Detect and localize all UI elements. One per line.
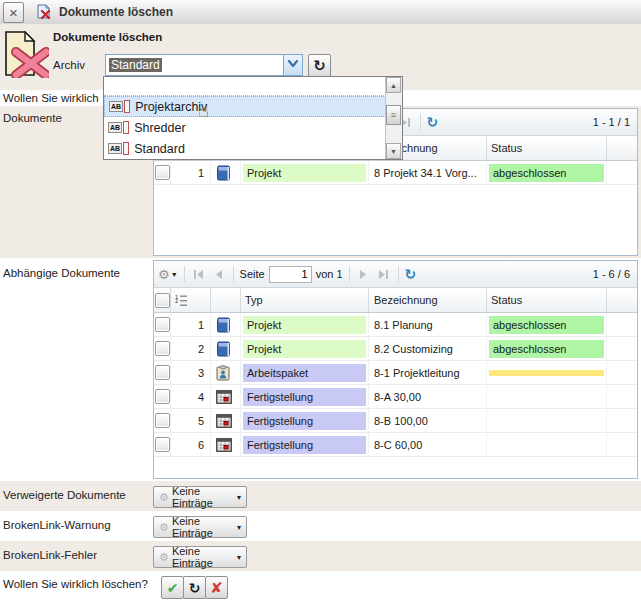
prev-page-button[interactable] bbox=[211, 266, 227, 282]
row-checkbox-cell[interactable] bbox=[154, 361, 171, 384]
table-row[interactable]: 5Fertigstellung8-B 100,00 bbox=[154, 409, 637, 433]
extra-cell bbox=[607, 337, 637, 360]
row-checkbox[interactable] bbox=[155, 413, 170, 428]
cancel-button[interactable]: ✘ bbox=[205, 576, 228, 599]
caret-down-icon: ▾ bbox=[237, 553, 241, 562]
gear-icon: ⚙ bbox=[159, 521, 169, 534]
row-checkbox[interactable] bbox=[155, 341, 170, 356]
row-checkbox-cell[interactable] bbox=[154, 385, 171, 408]
toolbar-separator bbox=[184, 266, 185, 282]
rownumber-header: 1 2 bbox=[171, 288, 211, 312]
first-page-button[interactable] bbox=[191, 266, 207, 282]
empty-button-label: Keine Einträge bbox=[172, 515, 234, 539]
scrollbar-thumb[interactable]: ≡ bbox=[386, 105, 401, 125]
archiv-combobox[interactable]: Standard bbox=[105, 54, 303, 76]
bezeichnung-header[interactable]: Bezeichnung bbox=[369, 288, 487, 312]
dropdown-item-standard[interactable]: AB Standard bbox=[104, 138, 386, 159]
typ-badge: Fertigstellung bbox=[243, 436, 366, 454]
row-checkbox[interactable] bbox=[155, 165, 170, 180]
row-checkbox[interactable] bbox=[155, 365, 170, 380]
milestone-icon bbox=[211, 385, 241, 408]
warnung-empty-button[interactable]: ⚙ Keine Einträge ▾ bbox=[153, 516, 247, 538]
typ-badge: Projekt bbox=[243, 340, 366, 358]
archiv-combobox-input[interactable]: Standard bbox=[106, 55, 283, 75]
confirm-button[interactable]: ✔ bbox=[161, 576, 184, 599]
label-dokumente: Dokumente bbox=[3, 112, 62, 124]
status-cell bbox=[487, 409, 607, 432]
caret-down-icon: ▼ bbox=[171, 271, 178, 278]
next-page-button[interactable] bbox=[356, 266, 372, 282]
confirm-icon: ✔ bbox=[167, 580, 179, 596]
window-titlebar: × Dokumente löschen bbox=[0, 0, 641, 25]
svg-text:2: 2 bbox=[175, 298, 178, 304]
scroll-up-icon[interactable]: ▲ bbox=[386, 77, 401, 93]
page-input[interactable] bbox=[269, 266, 312, 283]
grid-settings-button[interactable]: ⚙ ▼ bbox=[158, 267, 178, 282]
fehler-empty-button[interactable]: ⚙ Keine Einträge ▾ bbox=[153, 546, 247, 568]
dropdown-item-empty[interactable] bbox=[104, 77, 386, 96]
typ-cell: Fertigstellung bbox=[241, 385, 369, 408]
select-all-checkbox[interactable] bbox=[155, 293, 170, 308]
scroll-down-icon[interactable]: ▼ bbox=[386, 143, 401, 159]
typ-header[interactable]: Typ bbox=[241, 288, 369, 312]
typ-badge: Fertigstellung bbox=[243, 412, 366, 430]
extra-cell bbox=[607, 433, 637, 456]
archive-type-icon: AB bbox=[108, 122, 129, 134]
row-checkbox-cell[interactable] bbox=[154, 409, 171, 432]
pagination-status: 1 - 6 / 6 bbox=[593, 268, 633, 280]
typ-badge: Fertigstellung bbox=[243, 388, 366, 406]
question-bottom: Wollen Sie wirklich löschen? bbox=[3, 578, 148, 590]
grid-refresh-icon[interactable]: ↻ bbox=[405, 267, 417, 281]
empty-button-label: Keine Einträge bbox=[172, 485, 234, 509]
archiv-refresh-button[interactable]: ↻ bbox=[308, 54, 331, 78]
status-header[interactable]: Status bbox=[487, 136, 607, 160]
row-checkbox-cell[interactable] bbox=[154, 161, 171, 184]
row-checkbox-cell[interactable] bbox=[154, 337, 171, 360]
status-cell: abgeschlossen bbox=[487, 337, 607, 360]
close-icon: × bbox=[9, 5, 18, 20]
table-row[interactable]: 3Arbeitspaket8-1 Projektleitung bbox=[154, 361, 637, 385]
status-badge bbox=[489, 394, 604, 400]
bezeichnung-cell: 8.1 Planung bbox=[369, 313, 487, 336]
reload-button[interactable]: ↻ bbox=[183, 576, 206, 599]
status-cell: abgeschlossen bbox=[487, 313, 607, 336]
table-row[interactable]: 1Projekt8.1 Planungabgeschlossen bbox=[154, 313, 637, 337]
row-checkbox[interactable] bbox=[155, 317, 170, 332]
label-verweigerte-dokumente: Verweigerte Dokumente bbox=[3, 489, 126, 501]
bezeichnung-cell: 8-A 30,00 bbox=[369, 385, 487, 408]
gear-icon: ⚙ bbox=[158, 267, 170, 282]
combobox-dropdown-button[interactable] bbox=[283, 55, 302, 75]
bezeichnung-cell: 8 Projekt 34.1 Vorg... bbox=[369, 161, 487, 184]
refresh-icon: ↻ bbox=[189, 580, 201, 596]
row-checkbox[interactable] bbox=[155, 389, 170, 404]
table-row[interactable]: 2Projekt8.2 Customizingabgeschlossen bbox=[154, 337, 637, 361]
table-row[interactable]: 4Fertigstellung8-A 30,00 bbox=[154, 385, 637, 409]
row-checkbox-cell[interactable] bbox=[154, 313, 171, 336]
select-all-header[interactable] bbox=[154, 288, 171, 312]
row-number: 1 bbox=[171, 313, 211, 336]
status-header[interactable]: Status bbox=[487, 288, 607, 312]
extra-header bbox=[607, 288, 637, 312]
gear-icon: ⚙ bbox=[159, 551, 169, 564]
milestone-icon bbox=[211, 409, 241, 432]
workpackage-icon bbox=[211, 361, 241, 384]
table-row[interactable]: 1Projekt8 Projekt 34.1 Vorg...abgeschlos… bbox=[154, 161, 637, 185]
bezeichnung-cell: 8-C 60,00 bbox=[369, 433, 487, 456]
last-page-button[interactable] bbox=[376, 266, 392, 282]
dropdown-scrollbar[interactable]: ▲ ≡ ▼ bbox=[385, 77, 402, 159]
row-checkbox[interactable] bbox=[155, 437, 170, 452]
typ-cell: Fertigstellung bbox=[241, 433, 369, 456]
dropdown-item-shredder[interactable]: AB Shredder bbox=[104, 117, 386, 138]
status-cell bbox=[487, 385, 607, 408]
extra-cell bbox=[607, 161, 637, 184]
verweigerte-empty-button[interactable]: ⚙ Keine Einträge ▾ bbox=[153, 486, 247, 508]
archive-type-icon: AB bbox=[109, 101, 130, 113]
refresh-icon: ↻ bbox=[313, 57, 326, 75]
row-checkbox-cell[interactable] bbox=[154, 433, 171, 456]
table-row[interactable]: 6Fertigstellung8-C 60,00 bbox=[154, 433, 637, 457]
dropdown-item-projektarchiv[interactable]: AB Projektarchiv bbox=[104, 96, 386, 117]
close-button[interactable]: × bbox=[3, 2, 24, 23]
book-icon bbox=[211, 313, 241, 336]
grid-refresh-icon[interactable]: ↻ bbox=[427, 115, 439, 129]
status-badge: abgeschlossen bbox=[489, 340, 604, 358]
